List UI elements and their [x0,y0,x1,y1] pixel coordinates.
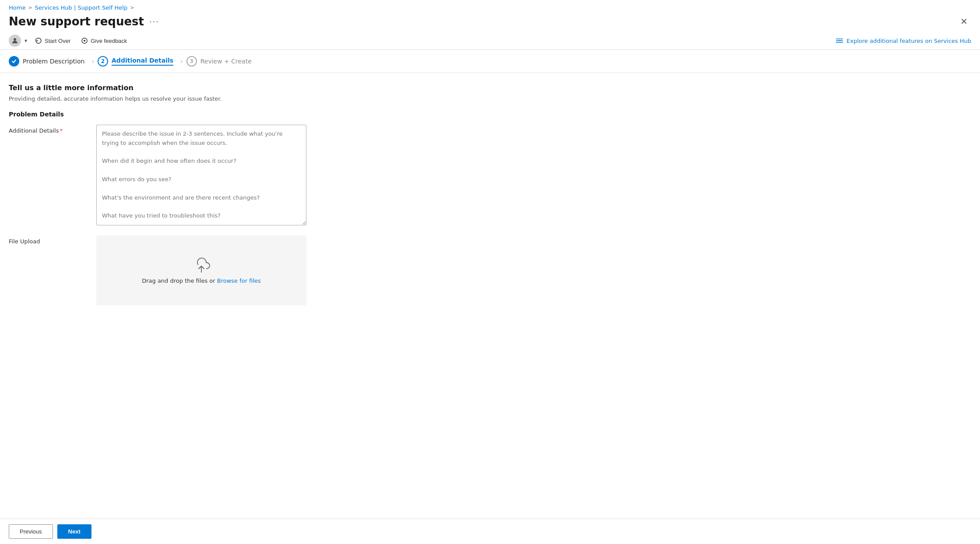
additional-details-control [96,125,306,227]
step-1-label: Problem Description [23,58,84,65]
breadcrumb: Home > Services Hub | Support Self Help … [0,0,980,13]
step-2-circle: 2 [98,56,108,67]
next-button[interactable]: Next [57,524,91,539]
additional-details-textarea[interactable] [96,125,306,225]
step-separator-1: › [91,58,94,65]
app-container: Home > Services Hub | Support Self Help … [0,0,980,544]
step-2-additional-details[interactable]: 2 Additional Details [98,56,180,67]
section-subtitle: Providing detailed, accurate information… [9,95,971,102]
step-3-circle: 3 [186,56,197,67]
dropdown-chevron-button[interactable]: ▾ [23,36,29,46]
breadcrumb-separator-2: > [130,5,134,11]
toolbar-left: ▾ Start Over Give feedback [9,35,131,47]
file-upload-control: Drag and drop the files or Browse for fi… [96,235,306,305]
svg-point-2 [84,40,85,42]
start-over-label: Start Over [45,38,70,44]
explore-features-link[interactable]: Explore additional features on Services … [836,38,971,44]
page-title: New support request [9,15,144,28]
additional-details-label-container: Additional Details* [9,125,96,134]
problem-details-heading: Problem Details [9,111,971,118]
step-3-label: Review + Create [200,58,252,65]
step-1-problem-description[interactable]: Problem Description [9,56,91,67]
step-separator-2: › [180,58,183,65]
additional-details-row: Additional Details* [9,125,971,227]
explore-icon [836,38,843,44]
step-1-circle [9,56,19,67]
file-upload-text: Drag and drop the files or Browse for fi… [142,277,261,284]
user-avatar-button[interactable] [9,35,21,47]
breadcrumb-home[interactable]: Home [9,4,25,11]
step-2-label: Additional Details [112,57,173,66]
file-upload-row: File Upload Drag and drop the files or B… [9,235,971,305]
close-button[interactable]: ✕ [957,14,971,28]
toolbar: ▾ Start Over Give feedback [0,32,980,50]
steps-bar: Problem Description › 2 Additional Detai… [0,50,980,73]
feedback-icon [81,37,88,44]
breadcrumb-separator-1: > [28,5,32,11]
cloud-upload-icon [193,257,210,273]
step-3-review-create[interactable]: 3 Review + Create [186,56,259,67]
give-feedback-label: Give feedback [91,38,127,44]
more-options-button[interactable]: ··· [149,17,159,26]
section-title: Tell us a little more information [9,84,971,92]
breadcrumb-services-hub[interactable]: Services Hub | Support Self Help [35,4,128,11]
main-content: Tell us a little more information Provid… [0,73,980,544]
explore-features-label: Explore additional features on Services … [847,38,971,44]
required-indicator: * [60,127,63,134]
additional-details-label: Additional Details [9,127,59,134]
file-upload-dropzone[interactable]: Drag and drop the files or Browse for fi… [96,235,306,305]
title-bar: New support request ··· ✕ [0,13,980,32]
user-icon [11,37,18,44]
bottom-nav: Previous Next [0,519,980,544]
svg-point-0 [14,38,16,41]
checkmark-icon [11,59,17,64]
start-over-button[interactable]: Start Over [31,35,75,46]
previous-button[interactable]: Previous [9,524,53,539]
refresh-icon [35,37,42,44]
drag-drop-text: Drag and drop the files or [142,277,215,284]
give-feedback-button[interactable]: Give feedback [77,35,131,46]
browse-files-link[interactable]: Browse for files [217,277,261,284]
file-upload-label: File Upload [9,235,96,245]
